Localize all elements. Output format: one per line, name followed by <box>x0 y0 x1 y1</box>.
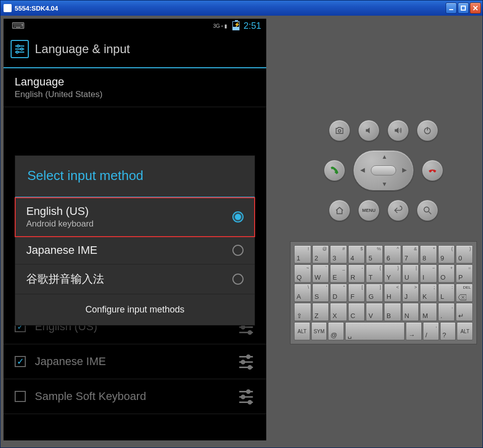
key-s[interactable]: S' <box>312 284 329 302</box>
key-alt[interactable]: ALT <box>294 322 310 340</box>
key-0[interactable]: 0) <box>456 245 473 263</box>
key-4[interactable]: 4$ <box>348 245 365 263</box>
camera-button[interactable] <box>329 120 350 141</box>
dialog-title: Select input method <box>15 156 255 198</box>
svg-line-30 <box>429 212 431 214</box>
key-@[interactable]: @ <box>328 322 344 340</box>
radio-icon[interactable] <box>232 245 244 256</box>
volume-down-button[interactable] <box>358 120 379 141</box>
key-del[interactable]: DEL <box>456 284 473 302</box>
battery-icon <box>232 21 239 30</box>
key-u[interactable]: U| <box>402 264 419 283</box>
key-d[interactable]: D" <box>330 284 347 302</box>
language-row[interactable]: Language English (United States) <box>4 68 266 107</box>
dpad-left[interactable]: ◀ <box>360 166 365 173</box>
key-?[interactable]: ? <box>440 322 456 340</box>
input-method-option[interactable]: Japanese IME <box>15 237 255 264</box>
key-a[interactable]: A\ <box>294 284 311 302</box>
key-/[interactable]: /, <box>423 322 439 340</box>
key-w[interactable]: W` <box>312 264 329 283</box>
key-j[interactable]: J> <box>402 284 419 302</box>
key-m[interactable]: M <box>420 303 437 321</box>
configure-input-methods-button[interactable]: Configure input methods <box>15 294 255 325</box>
key-r[interactable]: R- <box>348 264 365 283</box>
key-2[interactable]: 2@ <box>312 245 329 263</box>
key-t[interactable]: T{ <box>366 264 383 283</box>
dpad-right[interactable]: ▶ <box>402 166 407 173</box>
key-f[interactable]: F[ <box>348 284 365 302</box>
back-button[interactable] <box>388 200 409 221</box>
checkbox-icon[interactable] <box>15 356 26 367</box>
key-q[interactable]: Q~ <box>294 264 311 283</box>
settings-sliders-icon[interactable] <box>237 351 255 372</box>
window-title: 5554:SDK4.04 <box>15 5 58 12</box>
end-call-button[interactable] <box>422 160 443 181</box>
input-method-option[interactable]: English (US)Android keyboard <box>15 198 255 237</box>
key-k[interactable]: K; <box>420 284 437 302</box>
language-label: Language <box>15 75 255 88</box>
key-sym[interactable]: SYM <box>311 322 327 340</box>
status-bar: ⌨ 3G×▮ 2:51 <box>4 19 266 33</box>
app-icon <box>4 4 12 12</box>
key-→[interactable]: → <box>406 322 422 340</box>
key-↵[interactable]: ↵ <box>456 303 473 321</box>
key-e[interactable]: E_ <box>330 264 347 283</box>
key-alt[interactable]: ALT <box>457 322 473 340</box>
network-indicator: 3G×▮ <box>213 23 227 29</box>
input-method-option[interactable]: 谷歌拼音输入法 <box>15 264 255 294</box>
page-title: Language & input <box>35 42 130 56</box>
key-1[interactable]: 1! <box>294 245 311 263</box>
key-p[interactable]: P= <box>456 264 473 283</box>
dpad-center[interactable] <box>371 165 396 175</box>
key-7[interactable]: 7& <box>402 245 419 263</box>
key-l[interactable]: L: <box>438 284 455 302</box>
settings-sliders-icon[interactable] <box>237 386 255 407</box>
hardware-controls: ▲ ▼ ◀ ▶ MENU 1!2@3#4$5%6^7&8*9(0) <box>287 19 479 444</box>
ime-row-japanese[interactable]: Japanese IME <box>4 344 266 379</box>
key-9[interactable]: 9( <box>438 245 455 263</box>
key-b[interactable]: B <box>384 303 401 321</box>
call-button[interactable] <box>324 160 345 181</box>
radio-icon[interactable] <box>232 274 244 285</box>
keyboard-indicator-icon: ⌨ <box>12 20 25 31</box>
key-3[interactable]: 3# <box>330 245 347 263</box>
svg-point-7 <box>16 51 18 53</box>
client-area: ⌨ 3G×▮ 2:51 Language & input Language <box>1 16 482 447</box>
svg-point-26 <box>339 129 341 132</box>
home-button[interactable] <box>329 200 350 221</box>
key-h[interactable]: H< <box>384 284 401 302</box>
page-header: Language & input <box>4 33 266 68</box>
key-x[interactable]: X <box>330 303 347 321</box>
power-button[interactable] <box>417 120 438 141</box>
dpad-down[interactable]: ▼ <box>381 181 388 188</box>
key-n[interactable]: N <box>402 303 419 321</box>
ime-row-sample[interactable]: Sample Soft Keyboard <box>4 379 266 414</box>
key-g[interactable]: G] <box>366 284 383 302</box>
key-8[interactable]: 8* <box>420 245 437 263</box>
key-␣[interactable]: ␣ <box>345 322 405 340</box>
maximize-button[interactable] <box>458 3 469 14</box>
search-button[interactable] <box>417 200 438 221</box>
key-v[interactable]: V <box>366 303 383 321</box>
key-o[interactable]: O+ <box>438 264 455 283</box>
key-5[interactable]: 5% <box>366 245 383 263</box>
radio-icon[interactable] <box>232 211 244 222</box>
menu-button[interactable]: MENU <box>358 200 379 221</box>
svg-point-29 <box>424 207 429 212</box>
settings-sliders-icon <box>11 40 29 58</box>
status-clock: 2:51 <box>244 21 261 31</box>
key-⇧[interactable]: ⇧ <box>294 303 311 321</box>
key-i[interactable]: I− <box>420 264 437 283</box>
volume-up-button[interactable] <box>388 120 409 141</box>
dpad-up[interactable]: ▲ <box>381 153 388 160</box>
titlebar[interactable]: 5554:SDK4.04 <box>1 1 482 16</box>
key-z[interactable]: Z <box>312 303 329 321</box>
key-6[interactable]: 6^ <box>384 245 401 263</box>
svg-rect-1 <box>461 6 465 10</box>
checkbox-icon[interactable] <box>15 391 26 402</box>
key-c[interactable]: C <box>348 303 365 321</box>
key-.[interactable]: ., <box>438 303 455 321</box>
key-y[interactable]: Y} <box>384 264 401 283</box>
close-button[interactable] <box>470 3 481 14</box>
minimize-button[interactable] <box>446 3 457 14</box>
